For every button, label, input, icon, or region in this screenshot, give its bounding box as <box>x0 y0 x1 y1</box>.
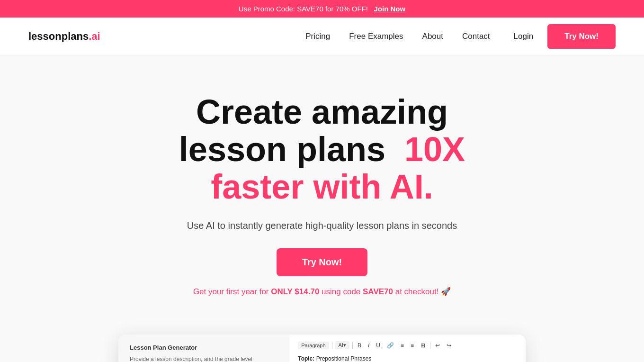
promo-link[interactable]: Join Now <box>374 5 406 13</box>
hero-section: Create amazing lesson plans 10X faster w… <box>85 55 559 316</box>
navbar: lessonplans.ai Pricing Free Examples Abo… <box>0 18 644 55</box>
toolbar-list-bullet[interactable]: ≡ <box>399 341 406 350</box>
hero-line2: lesson plans <box>179 130 385 168</box>
toolbar-divider-3 <box>430 342 430 349</box>
toolbar-paragraph[interactable]: Paragraph <box>298 342 329 349</box>
nav-item-about[interactable]: About <box>422 32 443 41</box>
generator-desc: Provide a lesson description, and the gr… <box>130 356 277 362</box>
toolbar-divider-2 <box>352 342 353 349</box>
screenshot-right-panel: Paragraph AI▾ B I U 🔗 ≡ ≡ ⊞ ↩ ↪ Topic: P… <box>289 335 526 362</box>
toolbar-undo[interactable]: ↩ <box>433 341 442 350</box>
login-link[interactable]: Login <box>514 32 534 41</box>
nav-item-pricing[interactable]: Pricing <box>305 32 330 41</box>
hero-promo-text: Get your first year for ONLY $14.70 usin… <box>104 287 540 297</box>
logo[interactable]: lessonplans.ai <box>28 30 100 43</box>
toolbar-bold[interactable]: B <box>356 341 363 350</box>
nav-links: Pricing Free Examples About Contact <box>305 32 490 41</box>
logo-ai: .ai <box>89 30 100 43</box>
toolbar-divider-1 <box>332 342 332 349</box>
promo-intro: Get your first year for <box>193 287 271 296</box>
app-screenshot: Lesson Plan Generator Provide a lesson d… <box>118 335 526 362</box>
hero-subtext: Use AI to instantly generate high-qualit… <box>104 220 540 231</box>
nav-link-pricing[interactable]: Pricing <box>305 32 330 41</box>
promo-banner: Use Promo Code: SAVE70 for 70% OFF! Join… <box>0 0 644 18</box>
nav-item-contact[interactable]: Contact <box>462 32 490 41</box>
promo-price: ONLY $14.70 <box>271 287 319 296</box>
promo-text: Use Promo Code: SAVE70 for 70% OFF! <box>239 5 368 13</box>
hero-line3: faster with AI. <box>211 168 433 206</box>
nav-link-free-examples[interactable]: Free Examples <box>349 32 403 41</box>
hero-line1: Create amazing <box>196 93 448 131</box>
promo-mid: using code <box>319 287 363 296</box>
promo-tail: at checkout! 🚀 <box>393 287 451 296</box>
toolbar-redo[interactable]: ↪ <box>445 341 453 350</box>
promo-code: SAVE70 <box>363 287 393 296</box>
toolbar-italic[interactable]: I <box>366 341 371 350</box>
nav-try-now-button[interactable]: Try Now! <box>547 24 616 49</box>
generator-title: Lesson Plan Generator <box>130 344 277 351</box>
nav-link-about[interactable]: About <box>422 32 443 41</box>
logo-text: lessonplans <box>28 30 89 43</box>
hero-highlight: 10X <box>404 130 465 168</box>
screenshot-left-panel: Lesson Plan Generator Provide a lesson d… <box>118 335 289 362</box>
topic-line: Topic: Prepositional Phrases <box>298 355 517 362</box>
hero-heading: Create amazing lesson plans 10X faster w… <box>104 93 540 206</box>
toolbar-underline[interactable]: U <box>374 341 382 350</box>
editor-toolbar: Paragraph AI▾ B I U 🔗 ≡ ≡ ⊞ ↩ ↪ <box>298 341 517 350</box>
topic-value: Prepositional Phrases <box>316 355 372 362</box>
toolbar-list-ordered[interactable]: ≡ <box>409 341 416 350</box>
topic-label: Topic: <box>298 355 314 362</box>
nav-link-contact[interactable]: Contact <box>462 32 490 41</box>
toolbar-link[interactable]: 🔗 <box>385 341 396 350</box>
nav-item-free-examples[interactable]: Free Examples <box>349 32 403 41</box>
hero-cta-button[interactable]: Try Now! <box>277 248 367 276</box>
toolbar-ai[interactable]: AI▾ <box>335 341 349 349</box>
toolbar-align[interactable]: ⊞ <box>419 341 427 350</box>
